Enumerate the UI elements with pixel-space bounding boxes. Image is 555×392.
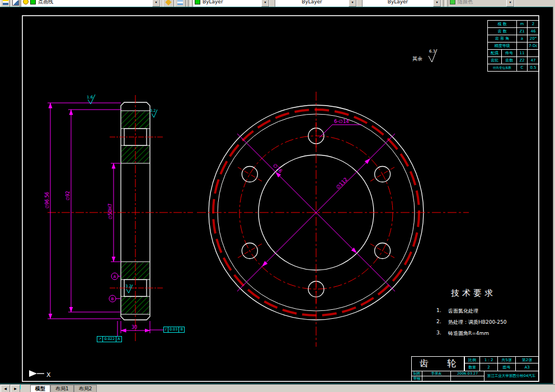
chevron-down-icon[interactable]: ▾ — [433, 0, 441, 7]
toolbar-separator — [188, 0, 191, 7]
window-right-edge — [553, 7, 555, 384]
color-combo-value: ByLayer — [200, 0, 261, 4]
layer-previous-button[interactable] — [11, 0, 20, 7]
lineweight-combo-value: ByLayer — [363, 0, 433, 4]
param-label: 模 数 — [488, 21, 517, 28]
layer-on-bulb-icon — [23, 0, 29, 4]
figure-number-value: A3 — [515, 363, 539, 371]
param-value: 47 — [528, 57, 539, 64]
datum-a-label: A — [114, 275, 116, 279]
color-swatch — [195, 0, 200, 4]
layer-combo[interactable]: 点画线 ▾ — [21, 0, 161, 7]
roughness-top-value: 1.6 — [87, 95, 93, 100]
checker-name — [422, 376, 451, 381]
param-symbol: Z1 — [517, 28, 528, 35]
layer-combo-value: 点画线 — [36, 0, 152, 6]
param-symbol: a — [517, 35, 528, 42]
table-row: 模 数 m 2 — [488, 21, 539, 28]
layout-tabbar: ◀ ▶ 模型 布局1 布局2 — [0, 384, 555, 392]
fcf-datum: B — [179, 327, 184, 333]
color-combo[interactable]: ByLayer ▾ — [192, 0, 270, 7]
chevron-down-icon[interactable]: ▾ — [152, 0, 160, 7]
dim-bolt-circle: ∅112 — [335, 176, 349, 190]
dim-pitch-diameter: ∅92 — [65, 191, 70, 200]
gear-section-view: ∅96.56 ∅92 ∅50H7 30 A B 1.6 3.2 3.2 — [45, 95, 193, 342]
param-label: 齿 形 角 — [488, 35, 517, 42]
hole-count-note: 6-∅14 — [334, 119, 349, 124]
default-roughness-value: 6.3 — [429, 49, 435, 54]
tab-scroll-right-button[interactable]: ▶ — [11, 385, 20, 392]
param-label: 件号 — [502, 50, 517, 57]
toolbar-separator — [443, 0, 446, 7]
properties-toolbar: 点画线 ▾ ByLayer ▾ ByLayer ▾ B — [0, 0, 555, 7]
gear-parameter-table: 模 数 m 2 齿 数 Z1 46 齿 形 角 a 20° 精度等级 7-Dc … — [487, 20, 539, 72]
check-date — [450, 376, 485, 381]
make-layer-current-button[interactable] — [163, 0, 174, 7]
fcf-tolerance: 0.022 — [103, 336, 116, 342]
param-label: 齿轮 — [488, 57, 502, 64]
table-row: 齿轮 齿数 Z2 47 — [488, 57, 539, 64]
param-label: 齿数 — [502, 57, 517, 64]
gear-front-view: ∅76 ∅112 6-∅14 — [197, 92, 469, 347]
param-label: 齿 数 — [488, 28, 517, 35]
fcf-symbol: ↗ — [97, 336, 103, 342]
item-text: 热处理：调质HB200-250 — [448, 319, 507, 326]
item-text: 齿面氮化处理 — [448, 308, 478, 315]
item-text: 铸造圆角R=4mm — [448, 330, 489, 337]
default-roughness-note: 其余 6.3 — [412, 49, 437, 62]
param-symbol — [517, 42, 528, 50]
plotstyle-swatch — [450, 0, 455, 4]
table-row: 径向变位系数 C 0.5 — [488, 64, 539, 72]
tab-scroll-left-button[interactable]: ◀ — [1, 385, 10, 392]
fcf-datum: A — [116, 336, 121, 342]
drawing-canvas[interactable]: ∅76 ∅112 6-∅14 — [0, 7, 555, 384]
param-symbol: Z2 — [517, 57, 528, 64]
tech-requirement-item: 2. 热处理：调质HB200-250 — [436, 319, 554, 326]
param-value: 0.5 — [528, 64, 539, 72]
tab-model[interactable]: 模型 — [30, 385, 50, 392]
ucs-icon: X — [29, 370, 51, 379]
table-row: 齿 数 Z1 46 — [488, 28, 539, 35]
table-row: 配偶 件号 11 — [488, 50, 539, 57]
fcf-runout: ↗ 0.022 A — [97, 336, 122, 342]
tech-requirement-item: 1. 齿面氮化处理 — [436, 308, 554, 315]
dim-width: 30 — [131, 325, 137, 330]
param-value: 20° — [528, 35, 539, 42]
param-label: 精度等级 — [488, 42, 517, 50]
ucs-x-label: X — [46, 371, 51, 379]
dim-bore-diameter: ∅50H7 — [108, 204, 113, 219]
tech-requirement-item: 3. 铸造圆角R=4mm — [436, 330, 554, 337]
figure-number-label: 图号 — [497, 363, 516, 371]
item-number: 3. — [436, 330, 448, 337]
linetype-combo[interactable]: ByLayer ▾ — [275, 0, 357, 7]
lineweight-combo[interactable]: ByLayer ▾ — [362, 0, 441, 7]
datum-b-label: B — [111, 297, 114, 301]
cad-window: 点画线 ▾ ByLayer ▾ ByLayer ▾ B — [0, 0, 555, 392]
item-number: 1. — [436, 308, 448, 315]
linetype-combo-value: ByLayer — [275, 0, 349, 4]
layer-current-icon — [165, 0, 171, 5]
tab-layout2[interactable]: 布局2 — [74, 385, 97, 392]
param-symbol: m — [517, 21, 528, 28]
quantity-label: 数量 — [464, 363, 480, 371]
dim-inner-circle: ∅76 — [272, 163, 284, 174]
tab-layout1[interactable]: 布局1 — [50, 385, 74, 392]
param-value: 7-Dc — [528, 42, 539, 50]
layer-stack-icon — [177, 0, 183, 5]
layers-icon — [3, 0, 8, 5]
chevron-down-icon[interactable]: ▾ — [349, 0, 356, 7]
param-symbol: C — [517, 64, 528, 72]
quantity-value: 2 — [479, 363, 498, 371]
roughness-bore-value: 3.2 — [125, 284, 131, 289]
param-value — [528, 50, 539, 57]
param-value: 2 — [528, 21, 539, 28]
layer-manager-button[interactable] — [1, 0, 10, 7]
plotstyle-combo: 随颜色 ▾ — [448, 0, 515, 7]
fcf-symbol: ⫽ — [163, 327, 168, 333]
organization: 浙江工业大学浙西分校04汽车 — [484, 371, 539, 381]
chevron-down-icon[interactable]: ▾ — [261, 0, 269, 7]
layer-states-button[interactable] — [175, 0, 186, 7]
roughness-rim-value: 3.2 — [150, 108, 156, 113]
param-symbol: 11 — [517, 50, 528, 57]
item-number: 2. — [436, 319, 448, 326]
